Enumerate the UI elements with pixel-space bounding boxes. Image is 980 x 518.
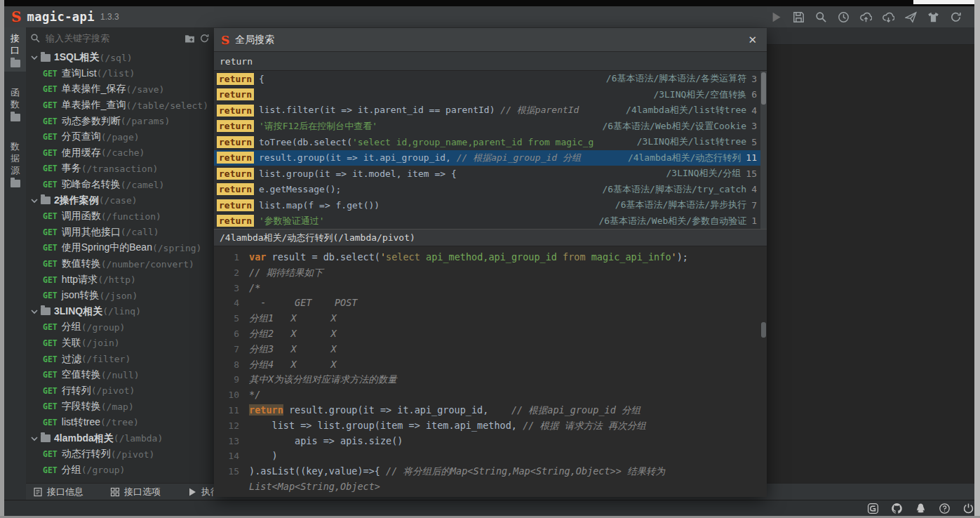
download-icon[interactable] [882,11,894,23]
search-result-row[interactable]: returntoTree(db.select('select id,group_… [214,134,767,150]
chevron-down-icon[interactable] [30,53,39,62]
tree-api-row[interactable]: GET驼峰命名转换(/camel) [26,177,214,193]
tree-item-path: (/save) [126,84,165,95]
side-tab-2[interactable]: 函数 [4,81,26,126]
tree-api-row[interactable]: GET分组(/group) [26,319,214,336]
tree-api-row[interactable]: GET分组(/group) [26,462,214,478]
keyword-match-chip: return [217,199,254,211]
result-match-count: 1 [751,215,757,226]
tree-api-row[interactable]: GET动态参数判断(/params) [26,113,214,129]
tree-item-name: 1SQL相关 [54,51,100,64]
gitee-icon[interactable] [867,503,879,514]
refresh-tree-icon[interactable] [199,33,210,44]
method-get-badge: GET [43,465,58,475]
window-right-edge [974,0,980,518]
tree-folder-row[interactable]: 1SQL相关(/sql) [26,50,214,66]
power-icon[interactable] [962,503,974,514]
chevron-down-icon[interactable] [30,434,39,443]
code-scrollbar-thumb[interactable] [761,322,766,338]
theme-icon[interactable] [927,11,939,23]
side-tab-label: 据 [11,153,20,164]
search-result-row-selected[interactable]: returnresult.group(it => it.api_group_id… [214,150,767,166]
search-result-row[interactable]: return/3LINQ相关/空值转换6 [214,87,767,103]
tree-api-row[interactable]: GET动态行转列(/pivot) [26,446,214,463]
code-scrollbar[interactable] [760,246,767,497]
tree-item-name: 驼峰命名转换 [62,178,121,191]
github-icon[interactable] [891,503,903,514]
code-line: 12 list => list.group(item => item.api_m… [214,418,767,434]
search-result-row[interactable]: returne.getMessage();/6基本语法/脚本语法/try_cat… [214,182,767,198]
tree-api-row[interactable]: GET字段转换(/map) [26,399,214,415]
results-scrollbar-thumb[interactable] [761,72,766,105]
tree-api-row[interactable]: GETlist转tree(/tree) [26,415,214,431]
tree-folder-row[interactable]: 4lambda相关(/lambda) [26,430,214,446]
tree-item-path: (/camel) [121,180,165,190]
line-number: 12 [214,418,249,434]
search-result-row[interactable]: returnlist.map(f => f.get())/6基本语法/脚本语法/… [214,197,767,213]
side-tab-3[interactable]: 数据源 [4,135,26,192]
tree-item-path: (/json) [99,291,137,301]
search-result-row[interactable]: returnlist.filter(it => it.parent_id == … [214,102,767,119]
tree-api-row[interactable]: GET空值转换(/null) [26,367,214,383]
tree-folder-row[interactable]: 2操作案例(/case) [26,192,214,208]
code-line-content: return result.group(it => it.api_group_i… [249,403,767,418]
result-api-path: /3LINQ相关/分组 [666,167,741,180]
search-result-row[interactable]: return'参数验证通过'/6基本语法/Web相关/参数自动验证1 [214,213,767,230]
push-icon[interactable] [905,11,917,23]
search-result-row[interactable]: return{/6基本语法/脚本语法/各类运算符3 [214,71,767,87]
help-icon[interactable] [939,503,951,514]
tree-item-name: 动态参数判断 [62,115,121,128]
close-icon[interactable]: ✕ [748,34,757,46]
keyword-match-chip: return [217,105,254,117]
results-scrollbar[interactable] [760,71,767,229]
tree-api-row[interactable]: GETjson转换(/json) [26,288,214,304]
tree-api-row[interactable]: GET查询List(/list) [26,66,214,82]
method-get-badge: GET [43,84,58,94]
tree-api-row[interactable]: GET分页查询(/page) [26,129,214,145]
tree-api-row[interactable]: GET数值转换(/number/convert) [26,256,214,272]
add-group-folder-icon[interactable] [184,33,195,44]
chevron-down-icon[interactable] [30,307,39,316]
tree-api-row[interactable]: GET关联(/join) [26,336,214,352]
tree-item-path: (/table/select) [126,100,208,111]
save-icon[interactable] [793,11,805,23]
tree-api-row[interactable]: GEThttp请求(/http) [26,272,214,288]
qq-icon[interactable] [915,503,927,514]
code-preview[interactable]: 1var result = db.select('select api_meth… [214,246,767,497]
sidebar-search-input[interactable] [44,32,184,44]
run-icon[interactable] [770,11,782,23]
global-search-input[interactable] [214,55,746,67]
side-tab-1[interactable]: 接口 [4,27,26,72]
tree-api-row[interactable]: GET使用Spring中的Bean(/spring) [26,240,214,256]
tree-item-name: 关联 [62,337,81,350]
method-get-badge: GET [43,243,58,253]
tree-api-row[interactable]: GET使用缓存(/cache) [26,145,214,161]
code-line-content: /* [249,281,767,296]
tree-folder-row[interactable]: 3LINQ相关(/linq) [26,304,214,320]
search-result-row[interactable]: return'请按F12后在控制台中查看'/6基本语法/Web相关/设置Cook… [214,119,767,135]
tree-api-row[interactable]: GET单表操作_保存(/save) [26,81,214,98]
upload-icon[interactable] [860,11,872,23]
search-result-row[interactable]: returnlist.group(it => it.model, item =>… [214,166,767,182]
tree-api-row[interactable]: GET单表操作_查询(/table/select) [26,98,214,114]
chevron-down-icon[interactable] [30,197,39,205]
tree-api-row[interactable]: GET事务(/transaction) [26,161,214,177]
tree-api-row[interactable]: GET调用其他接口(/call) [26,225,214,241]
code-line: 1var result = db.select('select api_meth… [214,250,767,265]
search-icon[interactable] [815,11,827,23]
tree-api-row[interactable]: GET调用函数(/function) [26,208,214,225]
bottom-tab-2[interactable]: 接口选项 [110,486,161,498]
keyword-match-chip: return [217,73,254,85]
bottom-tab-1[interactable]: 接口信息 [33,486,83,498]
tree-api-row[interactable]: GET行转列(/pivot) [26,383,214,399]
folder-icon [11,114,20,121]
side-tab-label: 源 [11,165,20,176]
line-number: 8 [214,357,249,373]
tree-api-row[interactable]: GET过滤(/filter) [26,351,214,367]
method-get-badge: GET [43,354,58,364]
history-icon[interactable] [838,11,850,23]
result-code-snippet: { [259,74,600,84]
method-get-badge: GET [43,69,58,79]
refresh-icon[interactable] [950,11,962,23]
code-line: 8分组4 X X [214,357,767,373]
